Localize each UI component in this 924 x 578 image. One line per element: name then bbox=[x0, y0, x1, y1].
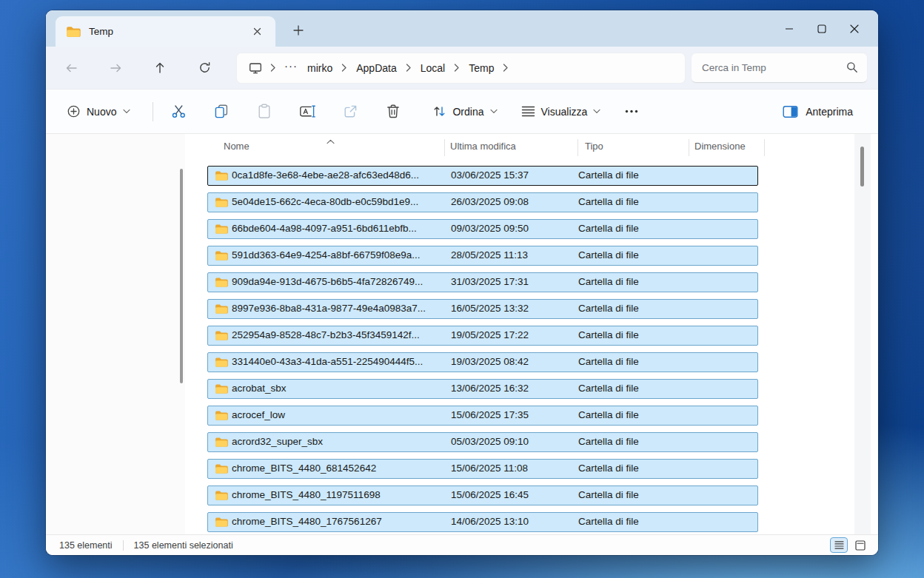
file-type: Cartella di file bbox=[578, 383, 639, 394]
navigation-bar: ··· mirko AppData Local Temp bbox=[46, 47, 878, 89]
chevron-right-icon bbox=[499, 64, 512, 72]
this-pc-icon[interactable] bbox=[244, 59, 267, 77]
selected-count: 135 elementi selezionati bbox=[134, 540, 233, 551]
forward-button[interactable] bbox=[102, 55, 129, 81]
file-modified: 31/03/2025 17:31 bbox=[451, 276, 529, 287]
file-row[interactable]: 5e04de15-662c-4eca-80db-e0c59bd1e9... 26… bbox=[207, 192, 758, 212]
file-modified: 09/03/2025 09:50 bbox=[451, 223, 529, 234]
column-divider[interactable] bbox=[689, 139, 689, 156]
folder-icon bbox=[215, 250, 228, 264]
folder-icon bbox=[215, 383, 228, 397]
tab-temp[interactable]: Temp bbox=[56, 16, 275, 47]
chevron-right-icon bbox=[450, 64, 463, 72]
column-header-modified[interactable]: Ultima modifica bbox=[450, 141, 516, 152]
column-header-type[interactable]: Tipo bbox=[585, 141, 603, 152]
column-divider[interactable] bbox=[578, 139, 578, 156]
file-name: 8997e936-8ba8-431a-9877-49e4a0983a7... bbox=[232, 303, 426, 314]
items-count: 135 elementi bbox=[59, 540, 113, 551]
breadcrumb-item-temp[interactable]: Temp bbox=[463, 59, 499, 77]
folder-icon bbox=[215, 517, 228, 531]
sidebar-scrollbar-thumb[interactable] bbox=[180, 169, 183, 383]
file-row[interactable]: chrome_BITS_4480_1197511698 15/06/2025 1… bbox=[207, 485, 758, 505]
view-toggles bbox=[830, 537, 869, 553]
column-divider[interactable] bbox=[444, 139, 445, 156]
close-button[interactable] bbox=[838, 10, 871, 47]
search-icon[interactable] bbox=[846, 61, 858, 73]
cut-button[interactable] bbox=[163, 98, 194, 126]
file-row[interactable]: 8997e936-8ba8-431a-9877-49e4a0983a7... 1… bbox=[207, 299, 758, 319]
search-input[interactable] bbox=[702, 62, 846, 73]
file-type: Cartella di file bbox=[578, 196, 639, 207]
new-button[interactable]: Nuovo bbox=[59, 98, 138, 126]
file-row[interactable]: 909da94e-913d-4675-b6b5-4fa72826749... 3… bbox=[207, 272, 758, 292]
sort-button[interactable]: Ordina bbox=[425, 98, 504, 126]
details-view-button[interactable] bbox=[830, 537, 848, 553]
file-name: chrome_BITS_4480_1767561267 bbox=[232, 516, 382, 527]
file-type: Cartella di file bbox=[578, 223, 639, 234]
minimize-button[interactable] bbox=[773, 10, 806, 47]
breadcrumb-overflow-button[interactable]: ··· bbox=[280, 59, 302, 76]
file-modified: 15/06/2025 11:08 bbox=[451, 463, 528, 474]
file-row[interactable]: 252954a9-8528-48c7-b2b3-45f3459142f... 1… bbox=[207, 326, 758, 346]
file-row[interactable]: chrome_BITS_4480_1767561267 14/06/2025 1… bbox=[207, 512, 758, 532]
column-header-size[interactable]: Dimensione bbox=[694, 141, 746, 152]
file-name: chrome_BITS_4480_1197511698 bbox=[232, 489, 381, 500]
preview-button[interactable]: Anteprima bbox=[775, 98, 860, 126]
file-type: Cartella di file bbox=[578, 303, 639, 314]
maximize-button[interactable] bbox=[806, 10, 838, 47]
file-row[interactable]: 0ca1d8fe-3e68-4ebe-ae28-afc63ed48d6... 0… bbox=[207, 166, 758, 186]
folder-icon bbox=[215, 277, 228, 291]
file-modified: 05/03/2025 09:10 bbox=[451, 436, 529, 447]
column-header-name[interactable]: Nome bbox=[224, 141, 250, 152]
share-button[interactable] bbox=[335, 98, 366, 126]
chevron-right-icon bbox=[338, 64, 351, 72]
file-row[interactable]: 591dd363-64e9-4254-a8bf-66759f08e9a... 2… bbox=[207, 246, 758, 266]
file-list-area: Nome Ultima modifica Tipo Dimensione 0ca… bbox=[185, 134, 878, 534]
folder-icon bbox=[215, 170, 228, 184]
file-name: acrord32_super_sbx bbox=[232, 436, 323, 447]
tab-close-icon[interactable] bbox=[247, 22, 267, 41]
view-button[interactable]: Visualizza bbox=[514, 98, 609, 126]
window-controls bbox=[773, 10, 871, 47]
file-type: Cartella di file bbox=[578, 329, 639, 340]
more-options-button[interactable] bbox=[617, 98, 646, 126]
up-button[interactable] bbox=[147, 55, 173, 81]
folder-icon bbox=[215, 490, 228, 504]
file-modified: 19/05/2025 17:22 bbox=[451, 329, 529, 340]
preview-pane-icon bbox=[783, 105, 798, 118]
list-lines-icon bbox=[521, 105, 535, 118]
paste-button[interactable] bbox=[249, 98, 280, 126]
file-modified: 28/05/2025 11:13 bbox=[451, 249, 528, 261]
file-row[interactable]: chrome_BITS_4480_681452642 15/06/2025 11… bbox=[207, 459, 758, 479]
file-type: Cartella di file bbox=[578, 409, 639, 420]
file-row[interactable]: acrobat_sbx 13/06/2025 16:32 Cartella di… bbox=[207, 379, 758, 399]
folder-icon bbox=[215, 224, 228, 238]
column-divider[interactable] bbox=[764, 139, 765, 156]
main-content: Nome Ultima modifica Tipo Dimensione 0ca… bbox=[46, 134, 878, 534]
breadcrumb-item-mirko[interactable]: mirko bbox=[302, 59, 338, 77]
file-list: 0ca1d8fe-3e68-4ebe-ae28-afc63ed48d6... 0… bbox=[185, 166, 878, 534]
chevron-down-icon bbox=[593, 109, 600, 114]
new-tab-button[interactable] bbox=[287, 16, 309, 44]
file-row[interactable]: acrocef_low 15/06/2025 17:35 Cartella di… bbox=[207, 406, 758, 426]
scrollbar-thumb[interactable] bbox=[860, 147, 864, 186]
thumbnail-view-button[interactable] bbox=[851, 537, 869, 553]
refresh-button[interactable] bbox=[191, 55, 218, 81]
file-type: Cartella di file bbox=[578, 169, 639, 181]
copy-button[interactable] bbox=[206, 98, 237, 126]
file-type: Cartella di file bbox=[578, 249, 639, 261]
file-name: 0ca1d8fe-3e68-4ebe-ae28-afc63ed48d6... bbox=[232, 169, 419, 181]
file-modified: 26/03/2025 09:08 bbox=[451, 196, 529, 207]
sort-arrows-icon bbox=[432, 104, 446, 118]
file-modified: 14/06/2025 13:10 bbox=[451, 516, 529, 527]
rename-button[interactable] bbox=[292, 98, 323, 126]
back-button[interactable] bbox=[58, 55, 84, 81]
delete-button[interactable] bbox=[378, 98, 409, 126]
command-toolbar: Nuovo bbox=[46, 89, 878, 134]
file-row[interactable]: 66bde604-4a98-4097-a951-6bd611ebfb... 09… bbox=[207, 219, 758, 239]
breadcrumb-item-local[interactable]: Local bbox=[415, 59, 450, 77]
status-bar: 135 elementi 135 elementi selezionati bbox=[46, 534, 878, 555]
file-row[interactable]: acrord32_super_sbx 05/03/2025 09:10 Cart… bbox=[207, 432, 758, 452]
file-row[interactable]: 331440e0-43a3-41da-a551-225490444f5... 1… bbox=[207, 352, 758, 372]
breadcrumb-item-appdata[interactable]: AppData bbox=[351, 59, 401, 77]
